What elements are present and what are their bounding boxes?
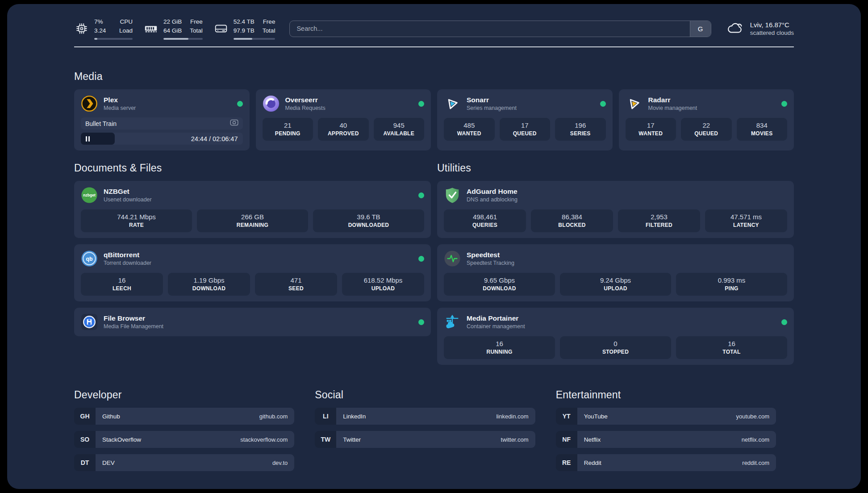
app-card-qbittorrent[interactable]: qb qBittorrent Torrent downloader — [74, 244, 431, 301]
stat-box: 16 TOTAL — [676, 336, 787, 359]
section-title-developer: Developer — [74, 389, 294, 401]
stat-box: 17 QUEUED — [500, 118, 551, 141]
stat-label: DOWNLOAD — [446, 285, 553, 292]
disk-free-value: 52.4 TB — [234, 17, 255, 26]
app-card-sonarr[interactable]: Sonarr Series management 485 WANTED 17 Q… — [437, 89, 613, 150]
pause-button[interactable] — [86, 136, 90, 142]
link-twitter[interactable]: TW Twitter twitter.com — [315, 431, 535, 448]
link-stackoverflow[interactable]: SO StackOverflow stackoverflow.com — [74, 431, 294, 448]
app-title: Media Portainer — [467, 314, 525, 322]
status-dot — [418, 256, 424, 262]
cpu-progressbar — [94, 38, 133, 40]
plex-icon — [81, 95, 98, 112]
stat-value: 39.6 TB — [315, 213, 422, 221]
stat-label: WANTED — [627, 130, 675, 137]
stat-label: UPLOAD — [562, 285, 669, 292]
link-tag: DT — [74, 454, 96, 471]
links-column-developer: Developer GH Github github.com SO StackO… — [74, 389, 294, 477]
playback-progressbar[interactable]: 24:44 / 02:06:47 — [81, 133, 243, 145]
app-card-radarr[interactable]: Radarr Movie management 17 WANTED 22 QUE… — [619, 89, 794, 150]
cpu-metric: 7% 3.24 CPU Load — [74, 17, 133, 40]
app-card-portainer[interactable]: Media Portainer Container management 16 … — [437, 308, 794, 365]
link-youtube[interactable]: YT YouTube youtube.com — [556, 408, 776, 425]
stat-value: 1.19 Gbps — [170, 276, 248, 284]
stat-label: MOVIES — [739, 130, 786, 137]
stat-box: 21 PENDING — [263, 118, 313, 141]
search-engine-button[interactable]: G — [690, 21, 711, 37]
weather-condition: scattered clouds — [750, 29, 794, 36]
app-subtitle: Media server — [104, 105, 136, 111]
stat-box: 945 AVAILABLE — [374, 118, 425, 141]
dashboard-panel: 7% 3.24 CPU Load — [7, 4, 861, 489]
app-subtitle: Media File Management — [104, 323, 163, 330]
disk-total-value: 97.9 TB — [234, 26, 255, 35]
app-subtitle: Series management — [467, 105, 517, 111]
link-netflix[interactable]: NF Netflix netflix.com — [556, 431, 776, 448]
stat-box: 16 RUNNING — [444, 336, 555, 359]
section-title-social: Social — [315, 389, 535, 401]
link-tag: LI — [315, 408, 336, 425]
stat-value: 196 — [557, 121, 604, 129]
stat-value: 16 — [446, 340, 553, 347]
disk-metric: 52.4 TB 97.9 TB Free Total — [213, 17, 275, 40]
stat-label: BLOCKED — [533, 222, 611, 228]
stat-box: 39.6 TB DOWNLOADED — [313, 209, 424, 232]
search-input[interactable] — [290, 21, 689, 37]
section-title-media: Media — [74, 71, 794, 83]
qbittorrent-icon: qb — [81, 250, 98, 267]
stat-value: 17 — [501, 121, 549, 129]
app-card-overseerr[interactable]: Overseerr Media Requests 21 PENDING 40 A… — [256, 89, 431, 150]
stat-label: RATE — [83, 222, 190, 228]
app-subtitle: Media Requests — [285, 105, 326, 111]
link-github[interactable]: GH Github github.com — [74, 408, 294, 425]
cpu-usage-value: 7% — [94, 17, 106, 26]
stat-box: 16 LEECH — [81, 273, 163, 296]
app-card-adguard[interactable]: AdGuard Home DNS and adblocking 498,461 … — [437, 181, 794, 238]
disk-total-label: Total — [263, 26, 275, 35]
link-linkedin[interactable]: LI LinkedIn linkedin.com — [315, 408, 535, 425]
stat-label: UPLOAD — [344, 285, 422, 292]
app-card-nzbget[interactable]: nzbget NZBGet Usenet downloader 74 — [74, 181, 431, 238]
stat-label: QUERIES — [446, 222, 524, 228]
stat-box: 471 SEED — [255, 273, 337, 296]
stat-value: 47.571 ms — [707, 213, 785, 221]
stat-value: 16 — [678, 340, 785, 347]
topbar-divider — [74, 46, 794, 47]
link-reddit[interactable]: RE Reddit reddit.com — [556, 454, 776, 471]
filebrowser-icon — [81, 313, 98, 330]
stat-value: 22 — [683, 121, 730, 129]
stat-value: 498,461 — [446, 213, 524, 221]
links-column-social: Social LI LinkedIn linkedin.com TW Twitt… — [315, 389, 535, 477]
stat-value: 485 — [446, 121, 493, 129]
app-card-speedtest[interactable]: Speedtest Speedtest Tracking 9.65 Gbps D… — [437, 244, 794, 301]
link-name: YouTube — [584, 413, 608, 420]
app-subtitle: DNS and adblocking — [467, 196, 517, 203]
app-card-plex[interactable]: Plex Media server Bullet Train — [74, 89, 250, 150]
link-name: Netflix — [584, 436, 601, 443]
stat-box: 22 QUEUED — [681, 118, 732, 141]
link-url: linkedin.com — [496, 413, 528, 420]
stat-value: 9.24 Gbps — [562, 276, 669, 284]
memory-free-value: 22 GiB — [163, 17, 182, 26]
stat-box: 1.19 Gbps DOWNLOAD — [168, 273, 250, 296]
stat-value: 618.52 Mbps — [344, 276, 422, 284]
app-card-filebrowser[interactable]: File Browser Media File Management — [74, 308, 431, 336]
app-subtitle: Torrent downloader — [104, 260, 151, 266]
links-column-entertainment: Entertainment YT YouTube youtube.com NF … — [556, 389, 776, 477]
link-dev[interactable]: DT DEV dev.to — [74, 454, 294, 471]
stat-label: REMAINING — [199, 222, 306, 228]
app-subtitle: Speedtest Tracking — [467, 260, 514, 266]
weather-location-temp: Lviv, 16.87°C — [750, 21, 794, 29]
memory-total-label: Total — [190, 26, 203, 35]
stat-value: 834 — [739, 121, 786, 129]
stat-label: AVAILABLE — [376, 130, 423, 137]
stat-box: 47.571 ms LATENCY — [705, 209, 787, 232]
overseerr-icon — [263, 95, 280, 112]
stat-box: 485 WANTED — [444, 118, 495, 141]
status-dot — [781, 101, 787, 107]
link-name: Github — [102, 413, 120, 420]
portainer-icon — [444, 313, 461, 330]
link-url: dev.to — [272, 460, 288, 466]
sonarr-icon — [444, 95, 461, 112]
app-subtitle: Container management — [467, 323, 525, 330]
